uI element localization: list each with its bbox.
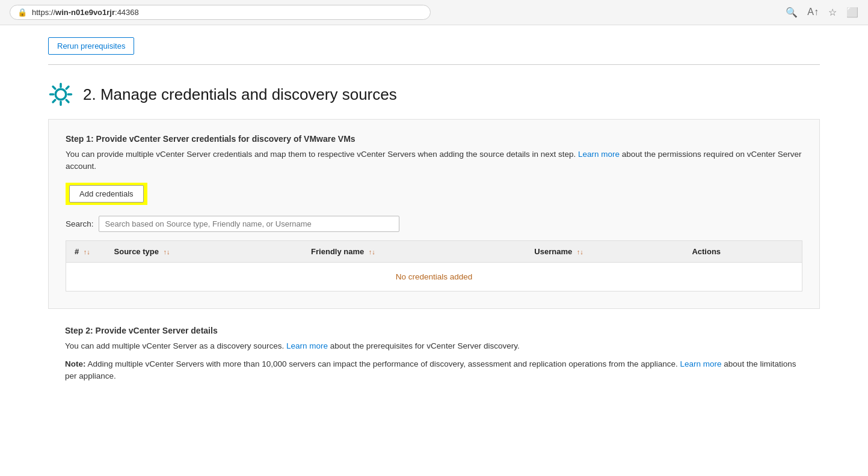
add-credentials-highlight: Add credentials [66, 183, 147, 205]
browser-toolbar-icons: 🔍 A↑ ☆ ⬜ [786, 7, 858, 18]
top-button-area: Rerun prerequisites [48, 25, 820, 65]
section-heading: 2. Manage credentials and discovery sour… [48, 65, 820, 119]
sort-source-icon[interactable]: ↑↓ [164, 248, 170, 255]
section-title: 2. Manage credentials and discovery sour… [83, 85, 397, 104]
lock-icon: 🔒 [17, 8, 27, 17]
step1-learn-more-link[interactable]: Learn more [578, 150, 620, 159]
search-row: Search: [66, 216, 802, 232]
split-view-icon[interactable]: ⬜ [846, 7, 858, 18]
rerun-prerequisites-button[interactable]: Rerun prerequisites [48, 37, 134, 55]
table-empty-row: No credentials added [66, 262, 802, 291]
address-bar[interactable]: 🔒 https://win-n01e9vo1rjr:44368 [10, 5, 431, 20]
step2-learn-more-link[interactable]: Learn more [286, 341, 328, 350]
col-header-hash[interactable]: # ↑↓ [66, 241, 106, 263]
step2-note-learn-more-link[interactable]: Learn more [680, 359, 722, 368]
gear-icon [48, 82, 73, 107]
sort-hash-icon[interactable]: ↑↓ [84, 248, 90, 255]
step2-area: Step 2: Provide vCenter Server details Y… [48, 309, 820, 400]
sort-friendly-icon[interactable]: ↑↓ [369, 248, 375, 255]
step1-title: Step 1: Provide vCenter Server credentia… [66, 134, 802, 144]
svg-point-0 [55, 89, 66, 100]
col-header-source-type[interactable]: Source type ↑↓ [106, 241, 303, 263]
sort-username-icon[interactable]: ↑↓ [577, 248, 583, 255]
credentials-table-container: # ↑↓ Source type ↑↓ Friendly name ↑↓ U [66, 240, 802, 291]
col-header-username[interactable]: Username ↑↓ [526, 241, 683, 263]
step1-card: Step 1: Provide vCenter Server credentia… [48, 119, 820, 309]
favorite-icon[interactable]: ☆ [828, 7, 837, 18]
search-page-icon[interactable]: 🔍 [786, 7, 798, 18]
step2-title: Step 2: Provide vCenter Server details [65, 326, 803, 335]
table-header-row: # ↑↓ Source type ↑↓ Friendly name ↑↓ U [66, 241, 802, 263]
url-text: https://win-n01e9vo1rjr:44368 [32, 8, 139, 17]
search-label: Search: [66, 219, 94, 228]
search-input[interactable] [99, 216, 399, 232]
col-header-actions: Actions [683, 241, 802, 263]
add-credentials-button[interactable]: Add credentials [69, 185, 144, 203]
page-content: Rerun prerequisites 2. Manage credential… [0, 25, 868, 399]
step2-note: Note: Adding multiple vCenter Servers wi… [65, 358, 803, 383]
read-aloud-icon[interactable]: A↑ [807, 7, 819, 18]
browser-chrome: 🔒 https://win-n01e9vo1rjr:44368 🔍 A↑ ☆ ⬜ [0, 0, 868, 25]
col-header-friendly-name[interactable]: Friendly name ↑↓ [303, 241, 526, 263]
step1-description: You can provide multiple vCenter Server … [66, 148, 802, 173]
credentials-table: # ↑↓ Source type ↑↓ Friendly name ↑↓ U [66, 241, 802, 291]
empty-message: No credentials added [66, 262, 802, 291]
step2-description: You can add multiple vCenter Server as a… [65, 340, 803, 352]
